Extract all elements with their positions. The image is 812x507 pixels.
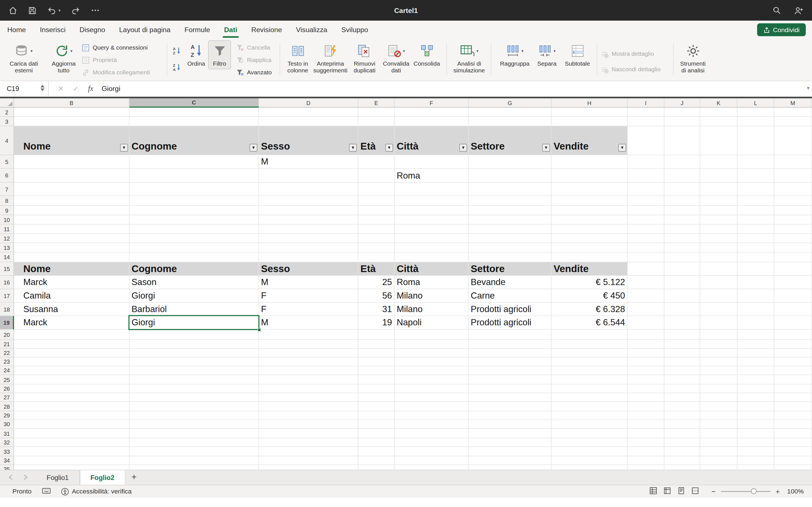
formula-input[interactable]: Giorgi xyxy=(102,85,120,93)
column-header-F[interactable]: F xyxy=(395,98,469,108)
column-header-G[interactable]: G xyxy=(469,98,552,108)
row-header-15[interactable]: 15 xyxy=(0,262,14,276)
filter-dropdown-E4[interactable]: ▼ xyxy=(386,144,393,152)
cell-G15[interactable]: Settore xyxy=(469,262,552,276)
filter-dropdown-B4[interactable]: ▼ xyxy=(120,144,128,152)
cell-H18[interactable]: € 6.328 xyxy=(552,302,627,316)
filtro-button[interactable]: Filtro xyxy=(208,40,231,69)
row-header-32[interactable]: 32 xyxy=(0,438,14,447)
column-header-L[interactable]: L xyxy=(738,98,774,108)
zoom-slider[interactable] xyxy=(721,491,770,492)
cell-G18[interactable]: Prodotti agricoli xyxy=(469,302,552,316)
cell-B16[interactable]: Marck xyxy=(14,276,130,289)
row-header-13[interactable]: 13 xyxy=(0,243,14,252)
select-all-corner[interactable] xyxy=(0,98,14,108)
tab-formule[interactable]: Formule xyxy=(185,25,210,34)
sheet-view-icon[interactable] xyxy=(649,487,657,496)
cell-H16[interactable]: € 5.122 xyxy=(552,276,627,289)
convalida-dati-button[interactable]: ▾ Convalida dati xyxy=(381,41,411,74)
row-header-8[interactable]: 8 xyxy=(0,196,14,206)
aggiorna-tutto-button[interactable]: ▾ Aggiorna tutto xyxy=(49,41,79,74)
filter-dropdown-D4[interactable]: ▼ xyxy=(349,144,357,152)
search-icon[interactable] xyxy=(772,6,781,15)
save-icon[interactable] xyxy=(28,6,37,15)
cell-E19[interactable]: 19 xyxy=(358,316,395,330)
add-sheet-button[interactable]: + xyxy=(125,470,143,485)
row-header-28[interactable]: 28 xyxy=(0,402,14,411)
strumenti-di-analisi-button[interactable]: Strumenti di analisi xyxy=(677,41,708,74)
cell-E4[interactable]: Età▼ xyxy=(358,126,395,155)
undo-caret-icon[interactable]: ▾ xyxy=(59,8,61,13)
cell-G4[interactable]: Settore▼ xyxy=(469,126,552,155)
row-header-11[interactable]: 11 xyxy=(0,224,14,234)
cell-F16[interactable]: Roma xyxy=(395,276,469,289)
cell-C17[interactable]: Giorgi xyxy=(130,289,259,303)
cell-H4[interactable]: Vendite▼ xyxy=(552,126,627,155)
row-header-3[interactable]: 3 xyxy=(0,117,14,126)
cell-B18[interactable]: Susanna xyxy=(14,302,130,316)
more-commands-icon[interactable] xyxy=(91,6,100,15)
nascondi-dettaglio-button[interactable]: Nascondi dettaglio xyxy=(601,65,661,73)
filter-dropdown-F4[interactable]: ▼ xyxy=(459,144,467,152)
cell-D15[interactable]: Sesso xyxy=(259,262,358,276)
riapplica-filtro-button[interactable]: Riapplica xyxy=(236,56,272,64)
row-header-19[interactable]: 19 xyxy=(0,316,14,330)
cell-F15[interactable]: Città xyxy=(395,262,469,276)
filter-dropdown-H4[interactable]: ▼ xyxy=(618,144,626,152)
modifica-collegamenti-button[interactable]: Modifica collegamenti xyxy=(82,68,150,76)
undo-button[interactable]: ▾ xyxy=(47,6,61,15)
row-header-33[interactable]: 33 xyxy=(0,447,14,456)
row-header-17[interactable]: 17 xyxy=(0,289,14,303)
row-header-24[interactable]: 24 xyxy=(0,366,14,375)
row-header-14[interactable]: 14 xyxy=(0,252,14,262)
filter-dropdown-C4[interactable]: ▼ xyxy=(250,144,257,152)
testo-in-colonne-button[interactable]: Testo in colonne xyxy=(284,41,312,74)
row-header-10[interactable]: 10 xyxy=(0,215,14,224)
redo-button[interactable] xyxy=(71,6,80,15)
cell-E15[interactable]: Età xyxy=(358,262,395,276)
accessibility-status[interactable]: Accessibilità: verifica xyxy=(61,488,132,496)
row-header-16[interactable]: 16 xyxy=(0,276,14,289)
row-header-5[interactable]: 5 xyxy=(0,155,14,169)
row-header-31[interactable]: 31 xyxy=(0,429,14,438)
column-header-B[interactable]: B xyxy=(14,98,130,108)
column-header-K[interactable]: K xyxy=(700,98,737,108)
cell-F17[interactable]: Milano xyxy=(395,289,469,303)
row-header-29[interactable]: 29 xyxy=(0,411,14,420)
row-header-25[interactable]: 25 xyxy=(0,375,14,385)
row-header-12[interactable]: 12 xyxy=(0,234,14,243)
cell-D5[interactable]: M xyxy=(259,155,358,169)
row-header-6[interactable]: 6 xyxy=(0,169,14,183)
cell-D18[interactable]: F xyxy=(259,302,358,316)
cell-H15[interactable]: Vendite xyxy=(552,262,627,276)
rimuovi-duplicati-button[interactable]: Rimuovi duplicati xyxy=(349,41,380,74)
cell-C15[interactable]: Cognome xyxy=(130,262,259,276)
name-box[interactable]: C19 xyxy=(0,81,49,96)
sort-descending-icon[interactable]: ZA xyxy=(173,63,181,73)
cell-B19[interactable]: Marck xyxy=(14,316,130,330)
share-user-icon[interactable] xyxy=(794,5,804,15)
raggruppa-button[interactable]: ▾ Raggruppa xyxy=(498,41,531,67)
sheet-tab-foglio1[interactable]: Foglio1 xyxy=(36,470,80,485)
carica-dati-esterni-button[interactable]: ▾ Carica dati esterni xyxy=(5,41,42,74)
cell-D17[interactable]: F xyxy=(259,289,358,303)
row-header-21[interactable]: 21 xyxy=(0,340,14,349)
filter-dropdown-G4[interactable]: ▼ xyxy=(542,144,550,152)
tab-sviluppo[interactable]: Sviluppo xyxy=(341,25,368,34)
cell-F19[interactable]: Napoli xyxy=(395,316,469,330)
separa-button[interactable]: ▾ Separa xyxy=(535,41,559,67)
tab-disegno[interactable]: Disegno xyxy=(80,25,105,34)
zoom-out-button[interactable]: − xyxy=(711,487,716,496)
column-header-E[interactable]: E xyxy=(358,98,395,108)
consolida-button[interactable]: Consolida xyxy=(412,41,441,67)
mostra-dettaglio-button[interactable]: Mostra dettaglio xyxy=(601,50,661,58)
next-sheet-icon[interactable] xyxy=(23,473,28,482)
anteprima-suggerimenti-button[interactable]: Anteprima suggerimenti xyxy=(313,41,348,74)
row-header-35[interactable]: 35 xyxy=(0,465,14,470)
tab-inserisci[interactable]: Inserisci xyxy=(40,25,65,34)
confirm-entry-icon[interactable]: ✓ xyxy=(73,85,79,93)
proprieta-button[interactable]: Proprietà xyxy=(82,56,150,64)
analisi-di-simulazione-button[interactable]: ▾ Analisi di simulazione xyxy=(452,41,487,74)
cell-C19[interactable]: Giorgi xyxy=(130,316,259,330)
cell-F4[interactable]: Città▼ xyxy=(395,126,469,155)
